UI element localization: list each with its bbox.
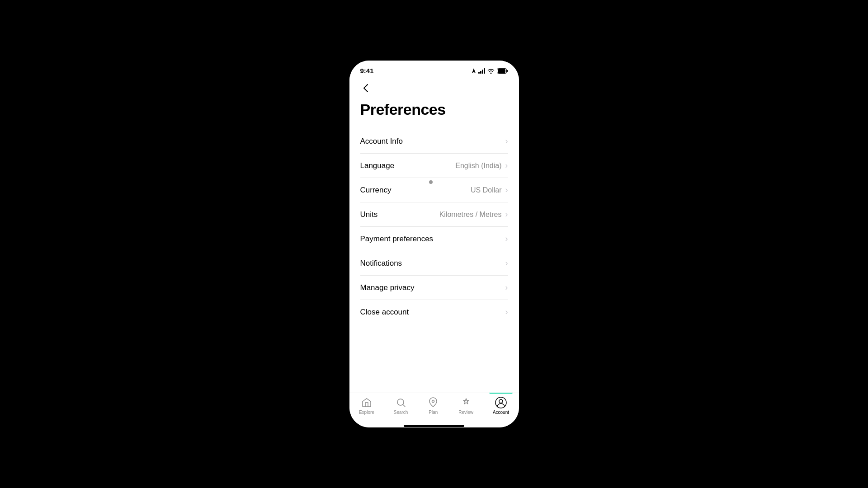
menu-right-account-info: › — [505, 136, 508, 146]
svg-point-3 — [432, 400, 434, 403]
svg-point-2 — [397, 399, 404, 405]
scroll-dot-indicator — [429, 180, 433, 184]
menu-label-payment-preferences: Payment preferences — [360, 235, 434, 244]
menu-right-payment-preferences: › — [505, 234, 508, 244]
page-title: Preferences — [360, 101, 508, 118]
menu-right-manage-privacy: › — [505, 283, 508, 292]
chevron-icon-units: › — [505, 210, 508, 219]
menu-item-currency[interactable]: Currency US Dollar › — [360, 178, 508, 202]
nav-item-review[interactable]: Review — [455, 397, 477, 415]
menu-list: Account Info › Language English (India) … — [360, 129, 508, 324]
menu-item-close-account[interactable]: Close account › — [360, 300, 508, 324]
menu-item-manage-privacy[interactable]: Manage privacy › — [360, 276, 508, 300]
search-icon — [395, 397, 407, 408]
bottom-nav: Explore Search Plan — [349, 393, 519, 424]
main-content: Preferences Account Info › Language Engl… — [349, 77, 519, 393]
menu-right-units: Kilometres / Metres › — [439, 210, 508, 219]
signal-icon — [478, 68, 485, 74]
menu-right-language: English (India) › — [455, 161, 508, 170]
menu-label-language: Language — [360, 161, 395, 170]
nav-item-search[interactable]: Search — [390, 397, 412, 415]
explore-icon — [361, 397, 373, 408]
chevron-icon-close-account: › — [505, 307, 508, 317]
nav-label-explore: Explore — [359, 410, 374, 415]
menu-value-units: Kilometres / Metres — [439, 211, 502, 219]
chevron-icon-payment-preferences: › — [505, 234, 508, 244]
chevron-icon-currency: › — [505, 185, 508, 195]
menu-label-close-account: Close account — [360, 308, 409, 317]
phone-frame: 9:41 — [349, 61, 519, 427]
menu-item-payment-preferences[interactable]: Payment preferences › — [360, 227, 508, 251]
menu-label-manage-privacy: Manage privacy — [360, 283, 415, 292]
svg-point-5 — [499, 399, 503, 403]
account-icon — [495, 397, 507, 408]
menu-label-notifications: Notifications — [360, 259, 402, 268]
nav-label-account: Account — [493, 410, 509, 415]
review-icon — [460, 397, 472, 408]
chevron-icon-account-info: › — [505, 136, 508, 146]
back-chevron-icon — [360, 83, 371, 94]
menu-item-language[interactable]: Language English (India) › — [360, 154, 508, 178]
chevron-icon-language: › — [505, 161, 508, 170]
nav-label-search: Search — [394, 410, 408, 415]
status-time: 9:41 — [360, 67, 374, 75]
plan-icon — [427, 397, 439, 408]
menu-item-account-info[interactable]: Account Info › — [360, 129, 508, 154]
location-icon — [472, 68, 476, 74]
menu-right-currency: US Dollar › — [471, 185, 508, 195]
nav-label-review: Review — [458, 410, 473, 415]
nav-item-plan[interactable]: Plan — [424, 397, 443, 415]
menu-label-units: Units — [360, 210, 378, 219]
nav-label-plan: Plan — [429, 410, 438, 415]
status-icons — [472, 68, 508, 74]
menu-right-close-account: › — [505, 307, 508, 317]
status-bar: 9:41 — [349, 61, 519, 77]
menu-item-notifications[interactable]: Notifications › — [360, 251, 508, 276]
home-indicator — [349, 424, 519, 427]
svg-rect-1 — [498, 69, 505, 73]
menu-item-units[interactable]: Units Kilometres / Metres › — [360, 202, 508, 227]
back-button[interactable] — [360, 77, 508, 97]
menu-value-language: English (India) — [455, 162, 501, 170]
wifi-icon — [487, 68, 495, 74]
chevron-icon-notifications: › — [505, 258, 508, 268]
nav-item-account[interactable]: Account — [489, 397, 513, 415]
menu-right-notifications: › — [505, 258, 508, 268]
chevron-icon-manage-privacy: › — [505, 283, 508, 292]
menu-label-account-info: Account Info — [360, 137, 403, 146]
nav-item-explore[interactable]: Explore — [355, 397, 378, 415]
battery-icon — [497, 68, 508, 74]
home-bar — [404, 425, 464, 427]
menu-value-currency: US Dollar — [471, 186, 501, 194]
menu-label-currency: Currency — [360, 186, 392, 195]
